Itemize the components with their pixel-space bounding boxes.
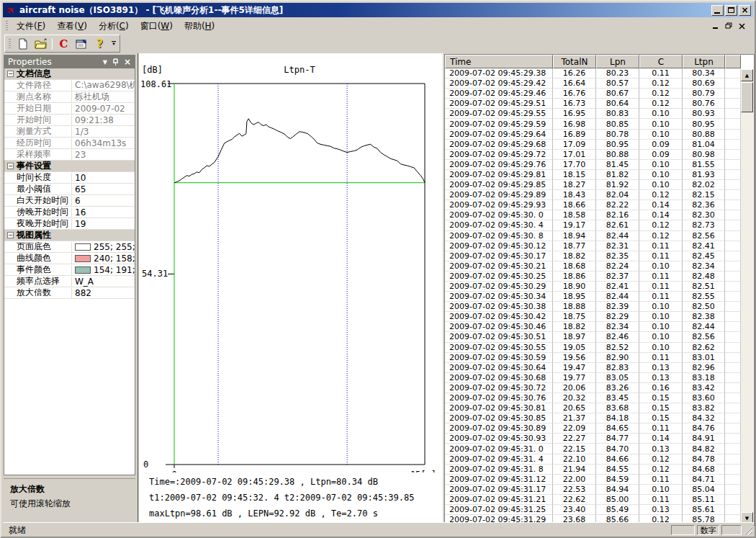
open-file-button[interactable] [32,36,50,51]
table-row[interactable]: 2009-07-02 09:45:30.5519.0582.520.1082.6… [445,343,754,353]
table-row[interactable]: 2009-07-02 09:45:30.2918.9082.410.1182.5… [445,282,754,292]
table-row[interactable]: 2009-07-02 09:45:29.6416.8980.780.1080.8… [445,130,754,140]
table-row[interactable]: 2009-07-02 09:45:29.6817.0980.950.0981.0… [445,140,754,150]
panel-pin-icon[interactable] [112,58,119,66]
property-value[interactable]: 65 [71,184,135,194]
property-row[interactable]: 开始时间09:21:38 [4,115,135,126]
table-row[interactable]: 2009-07-02 09:45:30.7220.0683.260.1683.4… [445,383,754,393]
table-row[interactable]: 2009-07-02 09:45:30.6419.4782.830.1382.9… [445,363,754,373]
toolbar-grip[interactable] [9,39,11,49]
mdi-restore-icon[interactable] [725,22,733,30]
property-row[interactable]: 夜晚开始时间19 [4,218,135,230]
table-row[interactable]: 2009-07-02 09:45:29.4216.6480.570.1280.6… [445,79,754,89]
property-value[interactable]: W_A [71,277,135,287]
table-row[interactable]: 2009-07-02 09:45:29.9318.6682.220.1482.3… [445,200,754,210]
property-row[interactable]: 开始日期2009-07-02 [4,103,135,115]
column-header-totaln[interactable]: TotalN [553,55,596,68]
property-section-header[interactable]: −视图属性 [4,230,135,241]
property-row[interactable]: 放大倍数882 [4,287,135,299]
new-document-button[interactable] [14,36,32,51]
menu-item-help[interactable]: 帮助(H) [179,18,220,35]
property-value[interactable]: 255; 255; 25 [71,242,135,252]
panel-splitter[interactable] [136,53,138,526]
minimize-button[interactable] [711,5,724,16]
property-row[interactable]: 经历时间06h34m13s [4,138,135,149]
property-row[interactable]: 白天开始时间6 [4,195,135,207]
table-row[interactable]: 2009-07-02 09:45:30.8922.0984.650.1184.7… [445,423,754,434]
property-section-header[interactable]: −文档信息 [4,68,135,80]
toolbar-overflow-button[interactable]: ▾ [110,41,117,46]
table-row[interactable]: 2009-07-02 09:45:30. 818.9482.440.1282.5… [445,231,754,241]
property-row[interactable]: 时间长度10 [4,172,135,184]
column-header-c[interactable]: C [639,55,683,68]
close-button[interactable]: × [739,5,751,16]
table-scrollbar[interactable]: ▲ ▼ [740,69,753,524]
table-row[interactable]: 2009-07-02 09:45:30.9322.2784.770.1484.9… [445,434,754,444]
table-row[interactable]: 2009-07-02 09:45:30.6819.7783.050.1383.1… [445,373,754,383]
table-row[interactable]: 2009-07-02 09:45:29.7617.7081.450.1081.5… [445,160,754,170]
table-row[interactable]: 2009-07-02 09:45:29.5516.9580.830.1080.9… [445,109,754,119]
property-value[interactable]: 882 [71,288,135,298]
collapse-minus-icon[interactable]: − [7,163,14,169]
table-row[interactable]: 2009-07-02 09:45:30.2118.6882.240.1082.3… [445,261,754,272]
table-row[interactable]: 2009-07-02 09:45:29.4616.7680.670.1280.7… [445,89,754,99]
property-row[interactable]: 曲线颜色240; 158; 15 [4,253,135,264]
menu-item-view[interactable]: 查看(V) [51,18,93,35]
table-row[interactable]: 2009-07-02 09:45:30.3818.8882.390.1082.5… [445,302,754,312]
c-analysis-button[interactable]: C [55,36,73,51]
property-value[interactable]: 16 [71,207,135,218]
property-row[interactable]: 频率点选择W_A [4,276,135,287]
table-row[interactable]: 2009-07-02 09:45:31.2523.4085.490.1385.6… [445,505,754,515]
property-row[interactable]: 测点名称栎社机场 [4,91,135,103]
table-row[interactable]: 2009-07-02 09:45:31. 422.1084.660.1284.7… [445,454,754,465]
table-row[interactable]: 2009-07-02 09:45:31.1222.0084.590.1184.7… [445,475,754,485]
ltpn-chart[interactable]: Ltpn-T[dB]108.6154.310015[s] [139,53,443,472]
table-row[interactable]: 2009-07-02 09:45:29.7217.0180.880.0980.9… [445,150,754,160]
help-button[interactable]: ? [91,36,109,51]
table-row[interactable]: 2009-07-02 09:45:30.1218.7782.310.1182.4… [445,241,754,251]
collapse-minus-icon[interactable]: − [7,232,14,238]
property-value[interactable]: 154; 191; 18 [71,265,135,275]
column-header-time[interactable]: Time [445,55,553,68]
property-row[interactable]: 测量方式1/3 [4,126,135,138]
table-row[interactable]: 2009-07-02 09:45:31.1722.5384.940.1085.0… [445,485,754,495]
menu-item-window[interactable]: 窗口(W) [135,18,179,35]
property-value[interactable]: 6 [71,196,135,206]
menu-grip[interactable] [6,21,8,31]
maximize-button[interactable] [725,5,737,16]
column-header-ltpn[interactable]: Ltpn [683,55,725,68]
table-row[interactable]: 2009-07-02 09:45:30.7620.3283.450.1583.6… [445,393,754,403]
table-row[interactable]: 2009-07-02 09:45:29.8518.2781.920.1082.0… [445,180,754,190]
table-row[interactable]: 2009-07-02 09:45:31. 821.9484.550.1284.6… [445,465,754,475]
mdi-minimize-icon[interactable] [712,23,719,30]
property-row[interactable]: 傍晚开始时间16 [4,207,135,218]
property-value[interactable]: 10 [71,173,135,183]
property-section-header[interactable]: −事件设置 [4,161,135,172]
table-row[interactable]: 2009-07-02 09:45:31. 022.1584.700.1384.8… [445,444,754,454]
table-row[interactable]: 2009-07-02 09:45:30.8120.6583.680.1583.8… [445,403,754,413]
properties-panel-header[interactable]: Properties ▼ × [4,55,135,68]
property-value[interactable]: 19 [71,219,135,229]
table-row[interactable]: 2009-07-02 09:45:30.1718.8282.350.1182.4… [445,251,754,261]
collapse-minus-icon[interactable]: − [7,71,14,77]
table-row[interactable]: 2009-07-02 09:45:30.3418.9582.440.1182.5… [445,292,754,302]
properties-view-button[interactable] [73,36,91,51]
scrollbar-thumb[interactable] [741,82,753,112]
table-row[interactable]: 2009-07-02 09:45:29.5116.7380.640.1280.7… [445,99,754,109]
table-row[interactable]: 2009-07-02 09:45:30.5118.9782.460.1082.5… [445,332,754,342]
column-header-lpn[interactable]: Lpn [596,55,639,68]
panel-dropdown-icon[interactable]: ▼ [103,59,107,66]
table-row[interactable]: 2009-07-02 09:45:30.4618.8282.340.1082.4… [445,322,754,332]
scroll-up-button[interactable]: ▲ [741,69,753,81]
table-row[interactable]: 2009-07-02 09:45:30.2518.8682.370.1182.4… [445,272,754,282]
table-row[interactable]: 2009-07-02 09:45:29.5916.9880.850.1080.9… [445,119,754,129]
property-row[interactable]: 文件路径C:\awa6298\机场 [4,80,135,91]
table-row[interactable]: 2009-07-02 09:45:29.8918.4382.040.1282.1… [445,190,754,200]
panel-close-icon[interactable]: × [124,57,131,67]
property-row[interactable]: 最小阈值65 [4,184,135,195]
table-row[interactable]: 2009-07-02 09:45:29.8118.1581.820.1081.9… [445,170,754,180]
resize-grip[interactable] [743,525,752,534]
table-row[interactable]: 2009-07-02 09:45:30.5919.5682.900.1183.0… [445,353,754,363]
property-row[interactable]: 页面底色255; 255; 25 [4,241,135,253]
table-row[interactable]: 2009-07-02 09:45:30. 018.5882.160.1482.3… [445,210,754,220]
